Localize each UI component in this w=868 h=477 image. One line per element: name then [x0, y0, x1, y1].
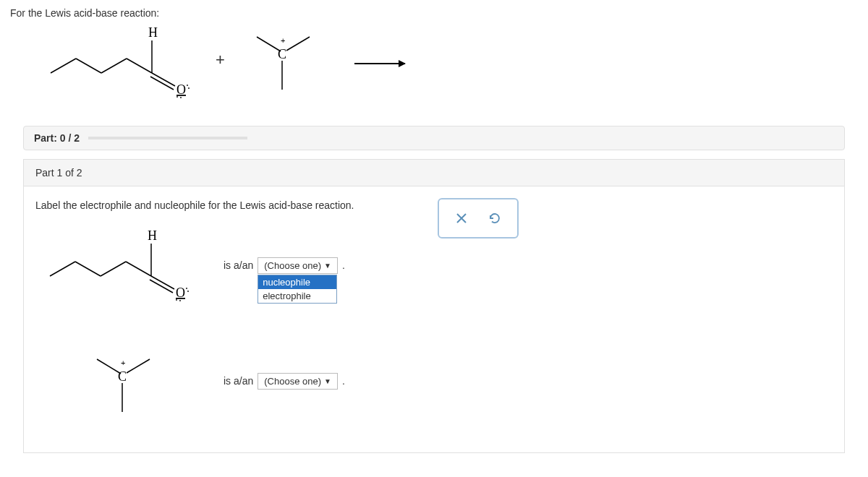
option-electrophile[interactable]: electrophile [258, 289, 336, 303]
select-1-dropdown: nucleophile electrophile [258, 275, 337, 304]
period-1: . [342, 259, 345, 271]
svg-point-27 [186, 288, 187, 289]
svg-line-19 [75, 262, 101, 276]
period-2: . [342, 375, 345, 387]
svg-line-16 [286, 37, 310, 51]
svg-line-21 [126, 262, 151, 276]
svg-line-3 [127, 59, 152, 73]
progress-label: Part: 0 / 2 [34, 132, 80, 144]
is-an-label-2: is a/an [224, 375, 253, 387]
svg-point-30 [179, 300, 181, 301]
part-header: Part 1 of 2 [24, 160, 844, 186]
reaction-arrow [354, 55, 405, 66]
chevron-down-icon: ▼ [324, 262, 331, 270]
svg-line-18 [50, 262, 75, 276]
option-nucleophile[interactable]: nucleophile [258, 275, 336, 289]
svg-text:O: O [176, 82, 186, 97]
part-panel: Part 1 of 2 Label the electrophile and n… [23, 159, 845, 453]
svg-text:C: C [278, 47, 286, 61]
svg-point-9 [187, 85, 188, 86]
reaction-diagram: H O + C + [43, 26, 868, 120]
svg-text:C: C [118, 369, 127, 384]
svg-line-34 [127, 359, 150, 373]
question-prompt: For the Lewis acid-base reaction: [0, 0, 868, 26]
svg-line-0 [51, 59, 76, 73]
plus-symbol: + [216, 51, 225, 69]
svg-line-20 [101, 262, 126, 276]
svg-point-28 [187, 291, 189, 292]
svg-point-29 [176, 299, 177, 301]
svg-text:+: + [281, 36, 285, 45]
chevron-down-icon: ▼ [324, 377, 331, 385]
progress-track [88, 137, 247, 139]
progress-bar: Part: 0 / 2 [23, 126, 845, 150]
molecule-aldehyde-top: H O [43, 26, 195, 113]
svg-text:H: H [148, 228, 157, 243]
svg-line-1 [76, 59, 101, 73]
molecule-carbocation: C + [35, 341, 224, 421]
molecule-carbocation-top: C + [246, 26, 326, 106]
molecule-aldehyde: H O [35, 225, 224, 305]
svg-point-12 [180, 97, 182, 98]
select-2[interactable]: (Choose one)▼ [258, 373, 338, 390]
is-an-label-1: is a/an [224, 259, 253, 271]
svg-point-10 [188, 87, 190, 89]
part-instruction: Label the electrophile and nucleophile f… [35, 199, 833, 211]
svg-text:+: + [121, 358, 125, 367]
select-1[interactable]: (Choose one)▼ [258, 257, 338, 274]
svg-text:H: H [148, 25, 158, 40]
svg-point-11 [176, 96, 178, 98]
svg-text:O: O [176, 285, 185, 300]
svg-line-2 [101, 59, 127, 73]
